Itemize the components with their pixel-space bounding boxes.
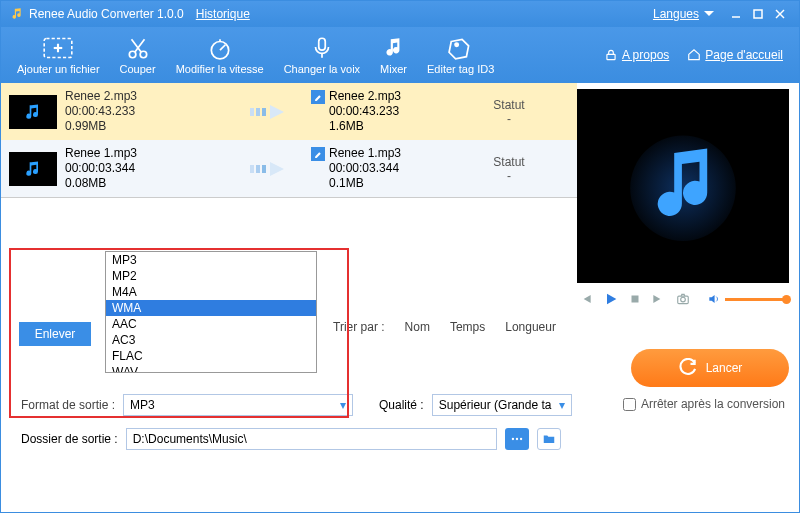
dst-size: 1.6MB — [329, 119, 401, 134]
src-duration: 00:00:03.344 — [65, 161, 215, 176]
svg-point-16 — [455, 43, 458, 46]
status-value: - — [479, 112, 539, 126]
format-option[interactable]: M4A — [106, 284, 316, 300]
maximize-button[interactable] — [747, 5, 769, 23]
src-filename: Renee 1.mp3 — [65, 146, 215, 161]
dst-duration: 00:00:03.344 — [329, 161, 401, 176]
format-option[interactable]: MP3 — [106, 252, 316, 268]
quality-label: Qualité : — [379, 398, 424, 412]
src-filename: Renee 2.mp3 — [65, 89, 215, 104]
history-link[interactable]: Historique — [196, 7, 250, 21]
file-list: Renee 2.mp300:00:43.2330.99MB Renee 2.mp… — [1, 83, 577, 198]
src-duration: 00:00:43.233 — [65, 104, 215, 119]
svg-point-25 — [516, 438, 518, 440]
dst-filename: Renee 1.mp3 — [329, 146, 401, 161]
sort-by-name[interactable]: Nom — [405, 320, 430, 334]
file-thumbnail — [9, 152, 57, 186]
language-menu[interactable]: Langues — [653, 7, 715, 21]
format-option[interactable]: FLAC — [106, 348, 316, 364]
dst-duration: 00:00:43.233 — [329, 104, 401, 119]
chevron-down-icon: ▾ — [559, 398, 565, 412]
sort-by-length[interactable]: Longueur — [505, 320, 556, 334]
prev-button[interactable] — [579, 292, 593, 306]
output-folder-input[interactable]: D:\Documents\Music\ — [126, 428, 497, 450]
stop-button[interactable] — [629, 293, 641, 305]
stop-after-checkbox[interactable] — [623, 398, 636, 411]
format-option[interactable]: WMA — [106, 300, 316, 316]
sort-label: Trier par : — [333, 320, 385, 334]
add-file-button[interactable]: Ajouter un fichier — [7, 27, 110, 83]
format-option[interactable]: AAC — [106, 316, 316, 332]
dst-size: 0.1MB — [329, 176, 401, 191]
src-size: 0.99MB — [65, 119, 215, 134]
cut-button[interactable]: Couper — [110, 27, 166, 83]
status-label: Statut — [479, 155, 539, 169]
titlebar: Renee Audio Converter 1.0.0 Historique L… — [1, 1, 799, 27]
id3-button[interactable]: Editer tag ID3 — [417, 27, 504, 83]
quality-select-value: Supérieur (Grande ta — [439, 398, 552, 412]
quality-select[interactable]: Supérieur (Grande ta ▾ — [432, 394, 572, 416]
svg-rect-19 — [256, 108, 260, 116]
home-link[interactable]: Page d'accueil — [687, 48, 783, 62]
remove-button[interactable]: Enlever — [19, 322, 91, 346]
dst-filename: Renee 2.mp3 — [329, 89, 401, 104]
minimize-button[interactable] — [725, 5, 747, 23]
sort-bar: Trier par : Nom Temps Longueur — [333, 320, 556, 334]
format-dropdown-list[interactable]: MP3MP2M4AWMAAACAC3FLACWAV — [105, 251, 317, 373]
edit-output-button[interactable] — [311, 147, 325, 161]
lock-icon — [604, 48, 618, 62]
mixer-button[interactable]: Mixer — [370, 27, 417, 83]
svg-rect-23 — [262, 165, 266, 173]
browse-folder-button[interactable] — [505, 428, 529, 450]
next-button[interactable] — [651, 292, 665, 306]
svg-point-27 — [630, 135, 736, 241]
convert-arrow-icon — [243, 159, 303, 179]
edit-output-button[interactable] — [311, 90, 325, 104]
format-option[interactable]: MP2 — [106, 268, 316, 284]
stop-after-label: Arrêter après la conversion — [641, 397, 785, 411]
sort-by-time[interactable]: Temps — [450, 320, 485, 334]
svg-point-24 — [512, 438, 514, 440]
svg-rect-28 — [632, 296, 639, 303]
launch-button[interactable]: Lancer — [631, 349, 789, 387]
svg-point-30 — [681, 297, 686, 302]
player-controls — [577, 283, 789, 315]
preview-panel — [577, 89, 789, 283]
app-logo-icon — [9, 7, 23, 21]
volume-slider[interactable] — [725, 298, 787, 301]
format-select-value: MP3 — [130, 398, 155, 412]
chevron-down-icon — [703, 10, 715, 18]
format-label: Format de sortie : — [21, 398, 115, 412]
output-folder-label: Dossier de sortie : — [21, 432, 118, 446]
svg-point-26 — [520, 438, 522, 440]
voice-button[interactable]: Changer la voix — [274, 27, 370, 83]
format-select[interactable]: MP3 ▾ — [123, 394, 353, 416]
svg-rect-18 — [250, 108, 254, 116]
svg-rect-20 — [262, 108, 266, 116]
svg-point-11 — [211, 42, 228, 59]
svg-rect-1 — [754, 10, 762, 18]
format-option[interactable]: WAV — [106, 364, 316, 372]
open-folder-button[interactable] — [537, 428, 561, 450]
refresh-icon — [678, 358, 698, 378]
file-row[interactable]: Renee 2.mp300:00:43.2330.99MB Renee 2.mp… — [1, 83, 577, 140]
status-label: Statut — [479, 98, 539, 112]
file-row[interactable]: Renee 1.mp300:00:03.3440.08MB Renee 1.mp… — [1, 140, 577, 197]
snapshot-button[interactable] — [675, 292, 691, 306]
volume-icon — [707, 292, 721, 306]
speed-button[interactable]: Modifier la vitesse — [166, 27, 274, 83]
close-button[interactable] — [769, 5, 791, 23]
about-link[interactable]: A propos — [604, 48, 669, 62]
src-size: 0.08MB — [65, 176, 215, 191]
svg-line-12 — [220, 45, 225, 50]
svg-rect-17 — [607, 54, 615, 59]
play-button[interactable] — [603, 291, 619, 307]
chevron-down-icon: ▾ — [340, 398, 346, 412]
format-option[interactable]: AC3 — [106, 332, 316, 348]
svg-rect-21 — [250, 165, 254, 173]
convert-arrow-icon — [243, 102, 303, 122]
file-thumbnail — [9, 95, 57, 129]
status-value: - — [479, 169, 539, 183]
music-note-icon — [628, 131, 738, 241]
language-label: Langues — [653, 7, 699, 21]
